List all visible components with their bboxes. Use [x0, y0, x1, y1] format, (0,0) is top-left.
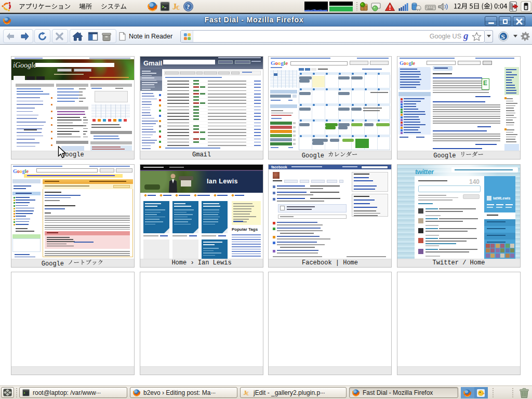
svg-text:S: S	[501, 33, 505, 41]
svg-text:?: ?	[187, 3, 190, 10]
svg-text:€: €	[246, 391, 249, 396]
svg-text:€: €	[176, 4, 180, 11]
